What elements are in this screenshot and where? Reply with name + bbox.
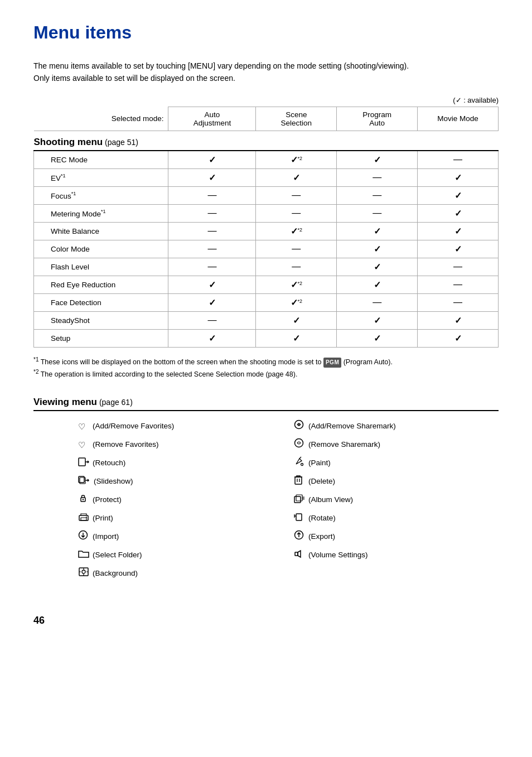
main-table: Selected mode: AutoAdjustment SceneSelec… xyxy=(33,107,499,348)
page-number: 46 xyxy=(33,615,45,626)
footnote-1: *1 These icons will be displayed on the … xyxy=(33,355,499,368)
paint-icon xyxy=(294,456,305,471)
footnote-2: *2 The operation is limited according to… xyxy=(33,368,499,380)
table-row: White Balance — ✓*2 ✓ ✓ xyxy=(34,222,499,240)
list-item: (Export) xyxy=(294,529,499,544)
export-icon xyxy=(294,529,305,544)
col-program-auto: ProgramAuto xyxy=(337,107,418,131)
col-auto-adjustment: AutoAdjustment xyxy=(168,107,256,131)
viewing-section-header: Viewing menu (page 61) xyxy=(33,397,499,411)
svg-point-8 xyxy=(83,499,84,500)
svg-point-13 xyxy=(86,517,87,518)
svg-rect-6 xyxy=(295,477,302,484)
list-item: ♡ (Add/Remove Favorites) xyxy=(78,419,283,434)
page-title: Menu items xyxy=(33,22,499,43)
list-item: (Protect) xyxy=(78,493,283,508)
table-row: Red Eye Reduction ✓ ✓*2 ✓ — xyxy=(34,276,499,293)
footnotes: *1 These icons will be displayed on the … xyxy=(33,355,499,380)
list-item: (Delete) xyxy=(294,474,499,489)
list-item: (Slideshow) xyxy=(78,474,283,489)
table-row: Flash Level — — ✓ — xyxy=(34,258,499,276)
slideshow-icon xyxy=(78,474,90,489)
heart-icon-2: ♡ xyxy=(78,437,89,452)
list-item: (Import) xyxy=(78,529,283,544)
list-item: (Select Folder) xyxy=(78,548,283,563)
svg-point-3 xyxy=(301,464,303,466)
volume-settings-icon xyxy=(294,548,305,563)
available-note: (✓ : available) xyxy=(33,96,499,104)
list-item: (Retouch) xyxy=(78,456,283,471)
list-item: (Print) xyxy=(78,511,283,526)
table-row: Color Mode — — ✓ ✓ xyxy=(34,240,499,258)
list-item: (Background) xyxy=(78,566,283,581)
list-item: (Rotate) xyxy=(294,511,499,526)
retouch-icon xyxy=(78,456,89,471)
table-row: EV*1 ✓ ✓ — ✓ xyxy=(34,168,499,186)
list-item: (Remove Sharemark) xyxy=(294,437,499,452)
svg-rect-10 xyxy=(296,495,302,501)
selected-mode-label: Selected mode: xyxy=(34,107,168,131)
intro-text: *1 These icons will be displayed on the … xyxy=(33,60,499,85)
sharemark-remove-icon xyxy=(294,437,305,452)
list-item: (Album View) xyxy=(294,493,499,508)
table-row: REC Mode ✓ ✓*2 ✓ — xyxy=(34,151,499,169)
table-row: Focus*1 — — — ✓ xyxy=(34,186,499,204)
list-item: (Add/Remove Sharemark) xyxy=(294,419,499,434)
svg-rect-2 xyxy=(79,458,85,466)
album-view-icon xyxy=(294,493,305,508)
table-row: Setup ✓ ✓ ✓ ✓ xyxy=(34,329,499,347)
list-item: (Volume Settings) xyxy=(294,548,499,563)
protect-icon xyxy=(78,493,89,508)
table-row: Metering Mode*1 — — — ✓ xyxy=(34,204,499,222)
list-item: (Paint) xyxy=(294,456,499,471)
table-row: SteadyShot — ✓ ✓ ✓ xyxy=(34,311,499,329)
svg-point-19 xyxy=(82,570,85,573)
svg-rect-14 xyxy=(296,514,302,520)
table-row: Face Detection ✓ ✓*2 — — xyxy=(34,293,499,311)
print-icon xyxy=(78,511,89,526)
select-folder-icon xyxy=(78,548,89,563)
list-item: ♡ (Remove Favorites) xyxy=(78,437,283,452)
svg-rect-9 xyxy=(294,496,301,503)
shooting-section-header: Shooting menu (page 51) xyxy=(34,131,499,151)
background-icon xyxy=(78,566,89,581)
col-scene-selection: SceneSelection xyxy=(256,107,337,131)
delete-icon xyxy=(294,474,305,489)
import-icon xyxy=(78,529,89,544)
viewing-grid: ♡ (Add/Remove Favorites) (Add/Remove Sha… xyxy=(33,419,499,581)
col-movie-mode: Movie Mode xyxy=(418,107,499,131)
rotate-icon xyxy=(294,511,305,526)
viewing-section: Viewing menu (page 61) ♡ (Add/Remove Fav… xyxy=(33,397,499,581)
svg-point-1 xyxy=(295,439,303,447)
sharemark-add-icon xyxy=(294,419,305,434)
heart-icon: ♡ xyxy=(78,419,89,434)
